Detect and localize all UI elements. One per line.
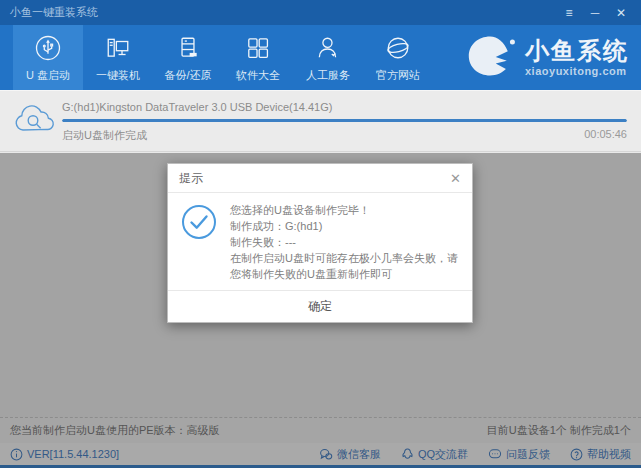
- dialog-header: 提示 ✕: [168, 164, 472, 193]
- help-videos-link[interactable]: 帮助视频: [570, 447, 631, 462]
- usb-count-text: 目前U盘设备1个 制作完成1个: [487, 423, 631, 438]
- cloud-search-icon: [13, 102, 57, 142]
- wechat-service-link[interactable]: 微信客服: [319, 447, 381, 462]
- version-text: VER[11.5.44.1230]: [27, 448, 119, 460]
- brand-domain: xiaoyuxitong.com: [525, 66, 629, 77]
- feedback-link[interactable]: 问题反馈: [488, 447, 550, 462]
- dialog-message-line: 在制作启动U盘时可能存在极小几率会失败，请您将制作失败的U盘重新制作即可: [230, 250, 458, 282]
- dialog-message-line: 制作失败：---: [230, 234, 458, 250]
- brand-logo: 小鱼系统 xiaoyuxitong.com: [466, 25, 629, 90]
- dialog-message-line: 制作成功：G:(hd1): [230, 218, 458, 234]
- dialog-body: 您选择的U盘设备制作完毕！ 制作成功：G:(hd1) 制作失败：--- 在制作启…: [168, 193, 472, 290]
- progress-bar: [62, 119, 627, 122]
- footer-link-label: 微信客服: [337, 447, 381, 462]
- menu-icon[interactable]: ≡: [559, 4, 579, 22]
- toolbar-item-support[interactable]: 人工服务: [293, 25, 363, 90]
- toolbar-item-label: U 盘启动: [26, 68, 70, 83]
- success-check-icon: [181, 204, 217, 240]
- pe-version-text: 您当前制作启动U盘使用的PE版本：高级版: [10, 423, 220, 438]
- toolbar-item-label: 官方网站: [376, 68, 420, 83]
- footer-links: 微信客服 QQ交流群 问题反馈: [319, 447, 631, 462]
- toolbar-item-label: 人工服务: [306, 68, 350, 83]
- elapsed-time: 00:05:46: [584, 128, 627, 140]
- computer-icon: [103, 33, 133, 63]
- ok-button[interactable]: 确定: [284, 294, 356, 319]
- footer-link-label: 问题反馈: [506, 447, 550, 462]
- window-title: 小鱼一键重装系统: [0, 5, 559, 20]
- footer-bar: VER[11.5.44.1230] 微信客服 QQ交流群: [0, 443, 641, 468]
- dialog-footer: 确定: [168, 290, 472, 322]
- toolbar-item-label: 一键装机: [96, 68, 140, 83]
- apps-grid-icon: [243, 33, 273, 63]
- support-person-icon: [313, 33, 343, 63]
- toolbar-item-label: 软件大全: [236, 68, 280, 83]
- brand-name: 小鱼系统: [525, 39, 629, 63]
- footer-link-label: QQ交流群: [418, 447, 468, 462]
- toolbar-item-backup-restore[interactable]: 备份/还原: [153, 25, 223, 90]
- status-bar: 您当前制作启动U盘使用的PE版本：高级版 目前U盘设备1个 制作完成1个: [0, 417, 641, 443]
- toolbar-item-official-website[interactable]: 官方网站: [363, 25, 433, 90]
- progress-bar-fill: [62, 119, 627, 122]
- wechat-icon: [319, 448, 333, 461]
- footer-link-label: 帮助视频: [587, 447, 631, 462]
- progress-status-text: 启动U盘制作完成: [62, 128, 147, 143]
- toolbar-item-usb-boot[interactable]: U 盘启动: [13, 25, 83, 90]
- dialog-message: 您选择的U盘设备制作完毕！ 制作成功：G:(hd1) 制作失败：--- 在制作启…: [230, 202, 458, 282]
- close-icon[interactable]: ✕: [611, 4, 631, 22]
- fish-logo-icon: [466, 34, 518, 82]
- usb-device-label: G:(hd1)Kingston DataTraveler 3.0 USB Dev…: [62, 101, 332, 113]
- backup-icon: [173, 33, 203, 63]
- toolbar-item-one-key-install[interactable]: 一键装机: [83, 25, 153, 90]
- info-icon: [10, 448, 23, 461]
- dialog-close-icon[interactable]: ✕: [450, 172, 461, 185]
- usb-icon: [33, 33, 63, 63]
- minimize-icon[interactable]: ─: [585, 4, 605, 22]
- qq-group-link[interactable]: QQ交流群: [401, 447, 468, 462]
- help-question-icon: [570, 448, 583, 461]
- globe-icon: [383, 33, 413, 63]
- dialog-title: 提示: [179, 170, 203, 187]
- toolbar-item-label: 备份/还原: [164, 68, 211, 83]
- version-info: VER[11.5.44.1230]: [10, 448, 119, 461]
- feedback-bubble-icon: [488, 448, 502, 461]
- window-controls: ≡ ─ ✕: [559, 4, 641, 22]
- dialog-message-line: 您选择的U盘设备制作完毕！: [230, 202, 458, 218]
- usb-progress-panel: G:(hd1)Kingston DataTraveler 3.0 USB Dev…: [0, 90, 641, 152]
- completion-dialog: 提示 ✕ 您选择的U盘设备制作完毕！ 制作成功：G:(hd1) 制作失败：---…: [167, 163, 473, 323]
- qq-icon: [401, 448, 414, 461]
- title-bar: 小鱼一键重装系统 ≡ ─ ✕: [0, 0, 641, 25]
- toolbar-item-software-collection[interactable]: 软件大全: [223, 25, 293, 90]
